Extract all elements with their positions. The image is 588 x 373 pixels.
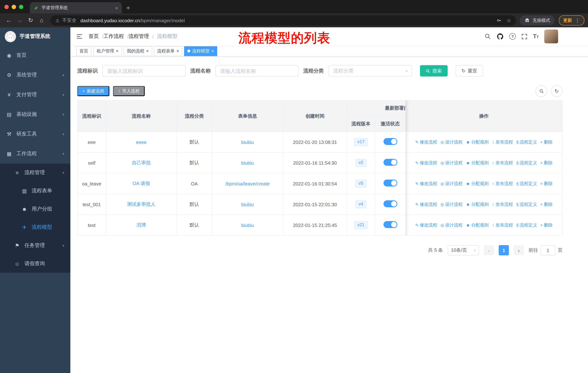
sidebar-item[interactable]: ▤ 基础设施 ∨ xyxy=(0,105,70,124)
tab-close-icon[interactable]: × xyxy=(115,5,118,10)
tag-close-icon[interactable]: × xyxy=(116,49,118,53)
sidebar-item-process-form[interactable]: ▥ 流程表单 xyxy=(0,182,70,200)
sidebar-item[interactable]: ◉ 首页 xyxy=(0,46,70,65)
modify-flow-link[interactable]: ✎ 修改流程 xyxy=(415,139,437,145)
page-size-select[interactable]: 10条/页 ∨ xyxy=(448,245,479,255)
tag-close-icon[interactable]: × xyxy=(211,49,214,53)
flow-definition-link[interactable]: § 流程定义 xyxy=(516,160,537,166)
breadcrumb-link[interactable]: 首页 xyxy=(89,33,99,40)
form-info-link[interactable]: biubiu xyxy=(241,160,254,166)
sidebar-item[interactable]: ▦ 工作流程 ∧ xyxy=(0,144,70,163)
process-name-link[interactable]: eeee xyxy=(136,139,147,145)
tag-item[interactable]: 我的流程 × xyxy=(124,46,152,56)
active-toggle[interactable] xyxy=(383,138,397,145)
assign-rule-link[interactable]: ☻ 分配规则 xyxy=(466,181,489,187)
key-icon[interactable] xyxy=(497,18,502,23)
active-toggle[interactable] xyxy=(383,159,397,166)
address-bar[interactable]: ⚠ 不安全 dashboard.yudao.iocoder.cn/bpm/man… xyxy=(50,15,516,26)
import-flow-button[interactable]: ↑ 导入流程 xyxy=(113,86,145,96)
flow-definition-link[interactable]: § 流程定义 xyxy=(516,139,537,145)
active-toggle[interactable] xyxy=(383,221,397,228)
tag-item[interactable]: 流程模型 × xyxy=(184,46,217,56)
form-info-link[interactable]: /bpm/oa/leave/create xyxy=(225,181,270,186)
breadcrumb-link[interactable]: 流程管理 xyxy=(129,33,149,40)
process-name-link[interactable]: 测试多审批人 xyxy=(127,202,156,207)
delete-link[interactable]: × 删除 xyxy=(540,222,553,228)
current-page-button[interactable]: 1 xyxy=(499,245,509,255)
sidebar-item-process-management[interactable]: ≡ 流程管理 ∧ xyxy=(0,163,70,182)
form-info-link[interactable]: biubiu xyxy=(241,139,254,145)
reload-icon[interactable]: ↻ xyxy=(26,18,36,23)
forward-icon[interactable]: → xyxy=(15,18,25,23)
hamburger-icon[interactable] xyxy=(76,33,83,40)
form-info-link[interactable]: biubiu xyxy=(241,202,254,207)
home-icon[interactable]: ⌂ xyxy=(36,18,47,23)
process-category-select[interactable]: 流程分类 ∨ xyxy=(328,65,412,77)
tag-item[interactable]: 租户管理 × xyxy=(93,46,122,56)
flow-definition-link[interactable]: § 流程定义 xyxy=(516,201,537,207)
sidebar-item[interactable]: ⚙ 系统管理 ∨ xyxy=(0,65,70,85)
goto-page-input[interactable] xyxy=(541,245,555,255)
help-icon[interactable]: ? xyxy=(509,33,516,40)
browser-menu-icon[interactable]: ⋮ xyxy=(575,18,580,23)
form-info-link[interactable]: biubiu xyxy=(241,222,254,228)
reset-button[interactable]: ↻ 重置 xyxy=(456,65,483,77)
modify-flow-link[interactable]: ✎ 修改流程 xyxy=(415,201,437,207)
publish-flow-link[interactable]: ☝ 发布流程 xyxy=(492,181,513,187)
assign-rule-link[interactable]: ☻ 分配规则 xyxy=(466,222,489,228)
modify-flow-link[interactable]: ✎ 修改流程 xyxy=(415,181,437,187)
prev-page-button[interactable]: ‹ xyxy=(484,245,494,255)
search-icon[interactable] xyxy=(484,33,491,40)
process-name-input[interactable] xyxy=(215,65,299,77)
refresh-button[interactable]: ↻ xyxy=(551,85,562,97)
fullscreen-icon[interactable] xyxy=(521,33,527,40)
publish-flow-link[interactable]: ☝ 发布流程 xyxy=(492,222,513,228)
process-name-link[interactable]: OA 请假 xyxy=(133,181,150,186)
sidebar-item[interactable]: ¥ 支付管理 ∨ xyxy=(0,85,70,105)
browser-tab[interactable]: 芋道管理系统 × xyxy=(30,2,122,13)
delete-link[interactable]: × 删除 xyxy=(540,181,553,187)
delete-link[interactable]: × 删除 xyxy=(540,201,553,207)
tag-close-icon[interactable]: × xyxy=(177,49,179,53)
window-zoom-button[interactable] xyxy=(19,5,23,9)
create-flow-button[interactable]: + 新建流程 xyxy=(77,86,109,96)
new-tab-button[interactable]: + xyxy=(126,4,130,11)
bookmark-star-icon[interactable]: ☆ xyxy=(507,18,511,23)
assign-rule-link[interactable]: ☻ 分配规则 xyxy=(466,160,489,166)
assign-rule-link[interactable]: ☻ 分配规则 xyxy=(466,201,489,207)
design-flow-link[interactable]: ◎ 设计流程 xyxy=(441,181,462,187)
delete-link[interactable]: × 删除 xyxy=(540,139,553,145)
tag-close-icon[interactable]: × xyxy=(146,49,149,53)
next-page-button[interactable]: › xyxy=(514,245,524,255)
window-minimize-button[interactable] xyxy=(12,5,16,9)
tag-item[interactable]: 流程表单 × xyxy=(154,46,182,56)
modify-flow-link[interactable]: ✎ 修改流程 xyxy=(415,222,437,228)
sidebar-item[interactable]: ⚒ 研发工具 ∨ xyxy=(0,124,70,144)
flow-definition-link[interactable]: § 流程定义 xyxy=(516,181,537,187)
sidebar-item-user-group[interactable]: ☻ 用户分组 xyxy=(0,200,70,218)
process-name-link[interactable]: 自己审批 xyxy=(132,160,151,165)
window-close-button[interactable] xyxy=(4,5,9,9)
modify-flow-link[interactable]: ✎ 修改流程 xyxy=(415,160,437,166)
publish-flow-link[interactable]: ☝ 发布流程 xyxy=(492,201,513,207)
flow-definition-link[interactable]: § 流程定义 xyxy=(516,222,537,228)
design-flow-link[interactable]: ◎ 设计流程 xyxy=(441,201,462,207)
sidebar-item-leave-query[interactable]: ☺ 请假查询 xyxy=(0,255,70,273)
github-icon[interactable] xyxy=(496,33,504,40)
process-name-link[interactable]: 滔博 xyxy=(136,222,146,228)
search-button[interactable]: 搜索 xyxy=(420,65,448,77)
publish-flow-link[interactable]: ☝ 发布流程 xyxy=(492,139,513,145)
font-size-icon[interactable]: TT xyxy=(533,33,539,39)
sidebar-item-process-model[interactable]: ✈ 流程模型 xyxy=(0,218,70,236)
design-flow-link[interactable]: ◎ 设计流程 xyxy=(441,139,462,145)
assign-rule-link[interactable]: ☻ 分配规则 xyxy=(466,139,489,145)
active-toggle[interactable] xyxy=(383,200,397,207)
back-icon[interactable]: ← xyxy=(4,18,14,23)
design-flow-link[interactable]: ◎ 设计流程 xyxy=(441,160,462,166)
delete-link[interactable]: × 删除 xyxy=(540,160,553,166)
tag-item[interactable]: 首页 xyxy=(76,46,92,56)
user-avatar[interactable] xyxy=(544,30,558,43)
process-id-input[interactable] xyxy=(102,65,186,77)
design-flow-link[interactable]: ◎ 设计流程 xyxy=(441,222,462,228)
update-button[interactable]: 更新 ⋮ xyxy=(559,15,584,26)
